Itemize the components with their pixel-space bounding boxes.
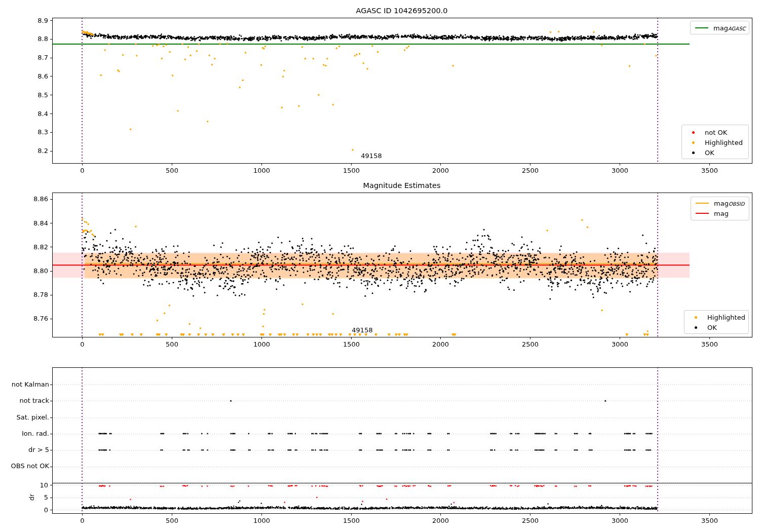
legend-label: Highlighted <box>707 314 745 321</box>
legend-middle-markers: Highlighted OK <box>684 310 749 334</box>
figure: AGASC ID 1042695200.0 Magnitude Estimate… <box>0 0 760 532</box>
legend-mag-lines: magOBSID mag <box>691 197 749 220</box>
legend-label: magAGASC <box>713 24 745 32</box>
black-dot-icon <box>695 326 697 329</box>
legend-item-mag-obsid: magOBSID <box>691 198 749 208</box>
black-dot-icon <box>692 151 695 154</box>
row-label-dr-gt-5: dr > 5 <box>0 446 49 454</box>
orange-line-sample <box>696 203 709 204</box>
row-label-sat-pixel: Sat. pixel. <box>0 413 49 422</box>
row-label-not-track: not track <box>0 397 49 405</box>
legend-label: magOBSID <box>714 200 744 207</box>
legend-item-ok: OK <box>682 147 748 158</box>
top-plot-title: AGASC ID 1042695200.0 <box>356 7 448 15</box>
obsid-annotation-top: 49158 <box>361 152 382 160</box>
dr-axis-label: dr <box>28 494 35 501</box>
obsid-annotation-middle: 49158 <box>352 326 372 334</box>
legend-top-markers: not OK Highlighted OK <box>681 125 749 159</box>
legend-item-mag-agasc: magAGASC <box>691 23 749 33</box>
orange-dot-icon <box>692 141 695 144</box>
row-label-obs-not-ok: OBS not OK <box>0 462 49 470</box>
middle-plot-title: Magnitude Estimates <box>363 181 440 189</box>
legend-item-highlighted: Highlighted <box>685 312 748 322</box>
row-label-not-kalman: not Kalman <box>0 381 49 389</box>
green-line-sample <box>695 27 708 28</box>
legend-item-mag: mag <box>691 208 749 218</box>
legend-label: mag <box>714 210 729 217</box>
plots-canvas <box>0 0 760 532</box>
legend-label: not OK <box>705 129 727 136</box>
legend-label: OK <box>707 324 717 331</box>
legend-label: OK <box>705 149 714 157</box>
legend-item-not-ok: not OK <box>682 127 748 137</box>
legend-item-highlighted: Highlighted <box>682 137 748 147</box>
legend-label: Highlighted <box>705 139 743 146</box>
row-label-ion-rad: Ion. rad. <box>0 430 49 438</box>
orange-dot-icon <box>695 316 697 319</box>
legend-item-ok: OK <box>685 322 748 332</box>
red-line-sample <box>696 213 709 214</box>
red-dot-icon <box>692 131 695 134</box>
legend-mag-agasc: magAGASC <box>690 21 749 34</box>
